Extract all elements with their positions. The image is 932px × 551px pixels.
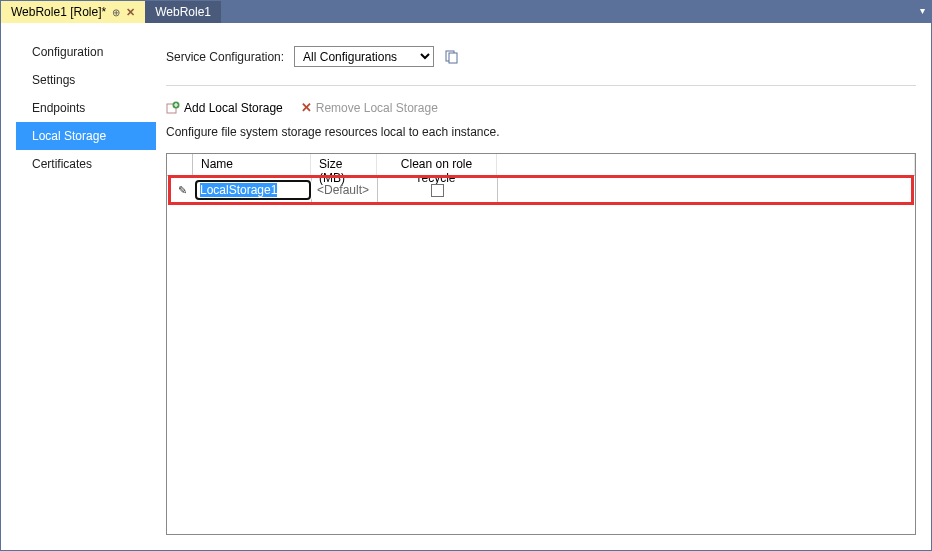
add-label: Add Local Storage — [184, 101, 283, 115]
tab-label: WebRole1 [Role]* — [11, 5, 106, 19]
service-configuration-row: Service Configuration: All Configuration… — [166, 38, 916, 86]
remove-local-storage-button: ✕ Remove Local Storage — [301, 100, 438, 115]
column-header-size[interactable]: Size (MB) — [311, 154, 377, 175]
spacer-cell — [498, 178, 911, 202]
main-panel: Service Configuration: All Configuration… — [156, 38, 916, 535]
sidebar-item-settings[interactable]: Settings — [16, 66, 156, 94]
tab-webrole1-role[interactable]: WebRole1 [Role]* ⊕ ✕ — [1, 1, 145, 23]
clean-checkbox[interactable] — [431, 184, 444, 197]
sidebar: Configuration Settings Endpoints Local S… — [16, 38, 156, 535]
column-header-name[interactable]: Name — [193, 154, 311, 175]
document-tab-bar: WebRole1 [Role]* ⊕ ✕ WebRole1 ▾ — [1, 1, 931, 23]
size-cell[interactable]: <Default> — [312, 178, 378, 202]
remove-label: Remove Local Storage — [316, 101, 438, 115]
content-area: Configuration Settings Endpoints Local S… — [1, 23, 931, 550]
row-edit-indicator[interactable]: ✎ — [171, 178, 194, 202]
tab-overflow-dropdown[interactable]: ▾ — [920, 5, 925, 16]
tab-label: WebRole1 — [155, 5, 211, 19]
close-icon[interactable]: ✕ — [126, 6, 135, 19]
sidebar-item-configuration[interactable]: Configuration — [16, 38, 156, 66]
service-configuration-label: Service Configuration: — [166, 50, 284, 64]
clean-cell[interactable] — [378, 178, 498, 202]
pencil-icon: ✎ — [178, 184, 187, 197]
tab-webrole1[interactable]: WebRole1 — [145, 1, 221, 23]
add-icon — [166, 101, 180, 115]
grid-header: Name Size (MB) Clean on role recycle — [167, 154, 915, 176]
highlighted-row-annotation: ✎ <Default> — [168, 175, 914, 205]
storage-grid: Name Size (MB) Clean on role recycle ✎ <… — [166, 153, 916, 535]
toolbar: Add Local Storage ✕ Remove Local Storage — [166, 86, 916, 125]
pin-icon[interactable]: ⊕ — [112, 7, 120, 18]
add-local-storage-button[interactable]: Add Local Storage — [166, 100, 283, 115]
manage-configurations-icon[interactable] — [444, 49, 460, 65]
name-input[interactable] — [195, 180, 311, 200]
description-text: Configure file system storage resources … — [166, 125, 916, 153]
column-header-spacer — [497, 154, 915, 175]
sidebar-item-endpoints[interactable]: Endpoints — [16, 94, 156, 122]
sidebar-item-certificates[interactable]: Certificates — [16, 150, 156, 178]
service-configuration-select[interactable]: All Configurations — [294, 46, 434, 67]
svg-rect-1 — [449, 53, 457, 63]
sidebar-item-local-storage[interactable]: Local Storage — [16, 122, 156, 150]
remove-icon: ✕ — [301, 100, 312, 115]
row-selector-header — [167, 154, 193, 175]
column-header-clean[interactable]: Clean on role recycle — [377, 154, 497, 175]
table-row[interactable]: ✎ <Default> — [171, 178, 911, 202]
